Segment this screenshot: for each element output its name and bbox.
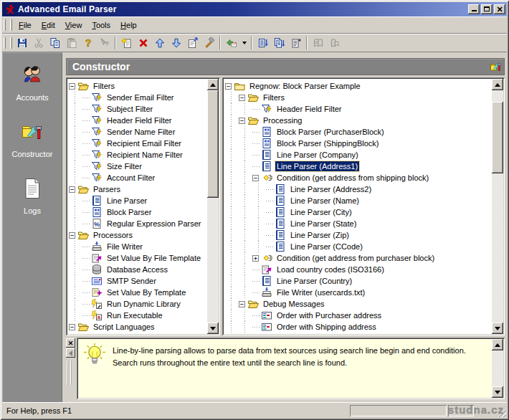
tree-node[interactable]: Line Parser (69, 195, 207, 206)
scroll-down-button[interactable] (207, 323, 219, 334)
collapse-toggle-icon[interactable]: − (239, 118, 245, 124)
tree-node[interactable]: Line Parser (City) (225, 206, 492, 218)
tree-node[interactable]: File Writer (69, 241, 207, 252)
collapse-toggle-icon[interactable]: − (252, 175, 259, 181)
tree-node-label[interactable]: Script Languages (92, 322, 156, 332)
tree-node[interactable]: Line Parser (State) (225, 218, 492, 229)
sidebar-item-logs[interactable]: Logs (21, 177, 44, 215)
tree-node-label[interactable]: Recipient Email Filter (105, 138, 183, 148)
help-close-button[interactable]: ✕ (66, 338, 75, 348)
tree-node[interactable]: Block Parser (69, 206, 207, 218)
collapse-toggle-icon[interactable]: − (239, 301, 245, 307)
menubar-gripper[interactable] (4, 19, 6, 31)
menu-edit[interactable]: Edit (37, 19, 60, 32)
tree-node-label[interactable]: Block Parser (ShippingBlock) (275, 138, 380, 148)
tree-node-label[interactable]: Line Parser (City) (289, 207, 353, 217)
toolbar-button-delete[interactable] (135, 35, 151, 51)
tree-node-label[interactable]: Filters (262, 92, 286, 102)
tree-node[interactable]: Block Parser (PurchaserBlock) (225, 126, 492, 138)
toolbar-button-list-add[interactable] (287, 35, 304, 51)
menu-view[interactable]: View (60, 19, 87, 32)
sidebar-item-constructor[interactable]: Constructor (12, 120, 53, 158)
toolbar-gripper[interactable] (4, 37, 6, 49)
collapse-toggle-icon[interactable]: − (225, 83, 232, 90)
minimize-button[interactable] (468, 4, 480, 14)
tree-node[interactable]: −Debug Messages (225, 298, 492, 310)
scroll-down-button[interactable] (492, 386, 503, 398)
collapse-toggle-icon[interactable]: − (69, 324, 75, 330)
tree-node-label[interactable]: Header Field Filter (105, 115, 173, 125)
tree-node-label[interactable]: Line Parser (Zip) (289, 230, 351, 240)
tree-node-label[interactable]: Debug Messages (262, 299, 326, 309)
toolbar-button-save[interactable] (14, 35, 30, 51)
toolbar-button-book[interactable] (310, 35, 326, 51)
toolbar-button-properties[interactable] (184, 35, 201, 51)
tree-node-label[interactable]: Set Value By Template (105, 287, 187, 297)
tree-node[interactable]: Recipient Email Filter (69, 138, 207, 149)
tree-node-label[interactable]: Line Parser (Company) (275, 150, 360, 160)
tree-node-label[interactable]: Sender Email Filter (105, 92, 176, 102)
menu-help[interactable]: Help (115, 19, 142, 32)
tree-node[interactable]: −Parsers (69, 183, 207, 195)
scroll-down-button[interactable] (492, 323, 503, 334)
tree-node-label[interactable]: Line Parser (CCode) (289, 242, 364, 252)
tree-node[interactable]: %Regular Expression Parser (69, 218, 207, 229)
tree-node-label[interactable]: Line Parser (Name) (289, 196, 361, 206)
collapse-toggle-icon[interactable]: − (239, 95, 245, 101)
tree-node-label[interactable]: File Writer (105, 242, 144, 252)
maximize-button[interactable] (481, 4, 493, 14)
toolbar-button-move-up[interactable] (151, 35, 168, 51)
tree-node-label[interactable]: Processing (262, 115, 303, 125)
scrollbar-thumb[interactable] (207, 90, 219, 198)
tree-node-label[interactable]: Set Value By File Template (105, 253, 202, 263)
tree-node[interactable]: Subject Filter (69, 103, 207, 115)
tree-node-label[interactable]: Line Parser (Address1) (275, 161, 359, 171)
tree-node-label[interactable]: Order with Purchaser address (275, 310, 383, 320)
tree-node[interactable]: −Processing (225, 115, 492, 126)
tree-node[interactable]: Run Dynamic Library (69, 298, 207, 310)
tree-node-label[interactable]: Processors (92, 230, 134, 240)
tree-node[interactable]: File Writer (usercards.txt) (225, 287, 492, 298)
help-panel-scrollbar[interactable] (492, 339, 503, 398)
project-tree-scrollbar[interactable] (492, 79, 503, 334)
tree-node[interactable]: Line Parser (Country) (225, 275, 492, 287)
tree-node[interactable]: −Script Languages (69, 321, 207, 333)
toolbar-button-cut[interactable] (30, 35, 47, 51)
tree-node[interactable]: Recipient Name Filter (69, 149, 207, 161)
expand-toggle-icon[interactable]: + (252, 255, 259, 262)
toolbar-button-context-help[interactable]: ? (96, 35, 113, 51)
help-panel-grip[interactable] (67, 361, 72, 385)
menu-tools[interactable]: Tools (87, 19, 115, 32)
toolbar-button-test-message[interactable] (223, 35, 239, 51)
toolbar-button-new-item[interactable] (118, 35, 135, 51)
toolbar-button-copy[interactable] (47, 35, 63, 51)
tree-node[interactable]: Line Parser (Address1) (225, 161, 492, 172)
tree-node-label[interactable]: Run Executable (105, 310, 164, 320)
scrollbar-thumb[interactable] (492, 102, 503, 173)
tree-node[interactable]: Line Parser (CCode) (225, 241, 492, 252)
tree-node-label[interactable]: Parsers (92, 184, 122, 194)
tree-node-label[interactable]: Regular Expression Parser (105, 219, 202, 229)
tree-node[interactable]: aRun Executable (69, 310, 207, 321)
tree-node[interactable]: Set Value By Template (69, 287, 207, 298)
menubar-gripper-2[interactable] (10, 19, 12, 31)
tree-node[interactable]: Order with Shipping address (225, 321, 492, 333)
tree-node[interactable]: Load country codes (ISO3166) (225, 264, 492, 275)
sidebar-item-accounts[interactable]: Accounts (16, 64, 48, 102)
collapse-toggle-icon[interactable]: − (69, 186, 75, 193)
tree-node-label[interactable]: Condition (get address from purchaser bl… (275, 253, 436, 263)
tree-node[interactable]: Size Filter (69, 161, 207, 172)
tree-node-label[interactable]: Size Filter (105, 161, 143, 171)
tree-node[interactable]: Line Parser (Zip) (225, 229, 492, 241)
scroll-up-button[interactable] (207, 79, 219, 90)
tree-node[interactable]: Database Access (69, 264, 207, 275)
toolbar-button-build[interactable] (201, 35, 217, 51)
scroll-up-button[interactable] (492, 339, 503, 350)
tree-node-label[interactable]: Block Parser (PurchaserBlock) (275, 127, 386, 137)
tree-node[interactable]: −Processors (69, 229, 207, 241)
tree-node[interactable]: SMTP Sender (69, 275, 207, 287)
tree-node[interactable]: Header Field Filter (225, 103, 492, 115)
titlebar[interactable]: Advanced Email Parser ✕ (2, 2, 507, 16)
tree-node[interactable]: Sender Name Filter (69, 126, 207, 138)
tree-node-label[interactable]: Order with Shipping address (275, 322, 378, 332)
